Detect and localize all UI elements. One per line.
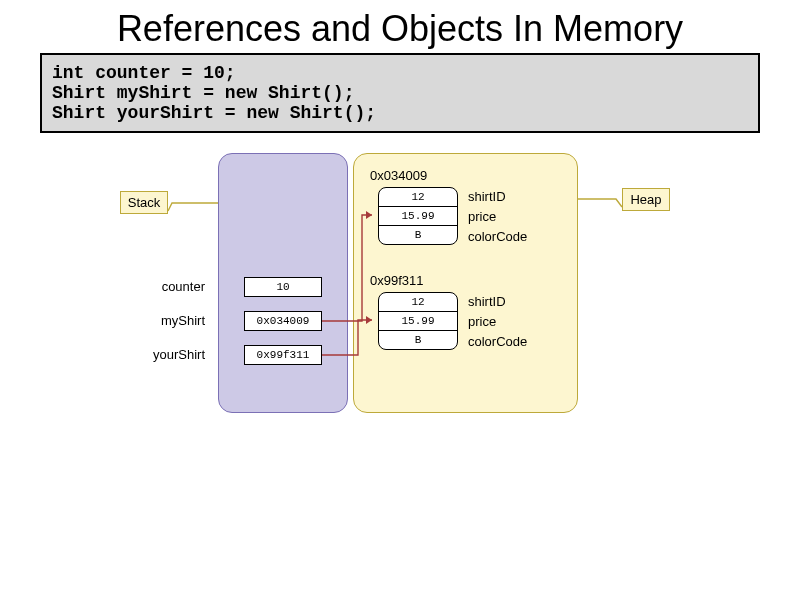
obj2-price-label: price bbox=[468, 314, 496, 329]
obj2-box: 12 15.99 B bbox=[378, 292, 458, 350]
var-label-myshirt: myShirt bbox=[135, 313, 205, 328]
obj1-price-value: 15.99 bbox=[379, 207, 457, 226]
code-sample: int counter = 10; Shirt myShirt = new Sh… bbox=[40, 53, 760, 133]
obj2-colorcode-value: B bbox=[379, 331, 457, 349]
heap-callout bbox=[578, 199, 622, 207]
obj2-shirtid-value: 12 bbox=[379, 293, 457, 312]
obj2-price-value: 15.99 bbox=[379, 312, 457, 331]
stack-callout bbox=[168, 203, 218, 211]
stack-label: Stack bbox=[120, 191, 168, 214]
stack-cell-yourshirt: 0x99f311 bbox=[244, 345, 322, 365]
obj1-shirtid-value: 12 bbox=[379, 188, 457, 207]
var-label-counter: counter bbox=[135, 279, 205, 294]
obj1-colorcode-value: B bbox=[379, 226, 457, 244]
var-label-yourshirt: yourShirt bbox=[135, 347, 205, 362]
memory-diagram: Stack Heap counter myShirt yourShirt 10 … bbox=[0, 133, 800, 513]
stack-cell-counter: 10 bbox=[244, 277, 322, 297]
obj2-colorcode-label: colorCode bbox=[468, 334, 527, 349]
obj2-address: 0x99f311 bbox=[370, 273, 424, 288]
obj1-price-label: price bbox=[468, 209, 496, 224]
obj1-box: 12 15.99 B bbox=[378, 187, 458, 245]
heap-label: Heap bbox=[622, 188, 670, 211]
obj1-shirtid-label: shirtID bbox=[468, 189, 506, 204]
stack-cell-myshirt: 0x034009 bbox=[244, 311, 322, 331]
page-title: References and Objects In Memory bbox=[0, 8, 800, 49]
obj1-colorcode-label: colorCode bbox=[468, 229, 527, 244]
obj2-shirtid-label: shirtID bbox=[468, 294, 506, 309]
obj1-address: 0x034009 bbox=[370, 168, 427, 183]
